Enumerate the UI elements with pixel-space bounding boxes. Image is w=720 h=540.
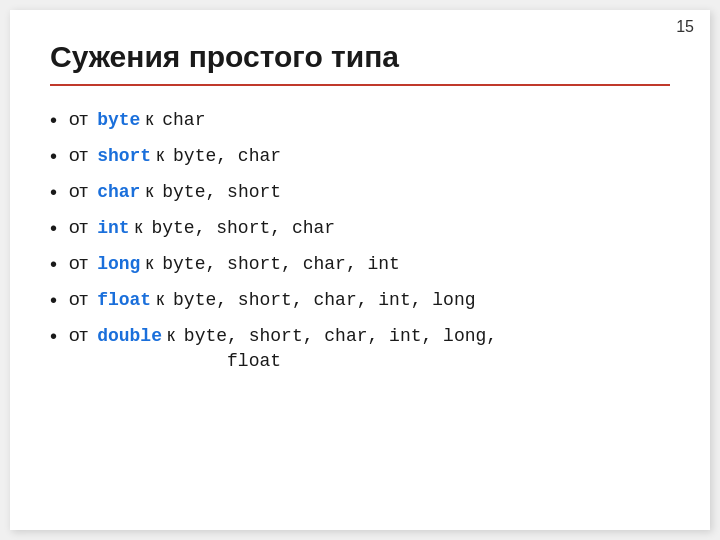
k-label: к	[151, 287, 169, 312]
list-item: от float к byte, short, char, int, long	[50, 286, 670, 314]
list-item: от char к byte, short	[50, 178, 670, 206]
ot-label: от	[69, 286, 93, 313]
slide-number: 15	[676, 18, 694, 36]
k-label: к	[130, 215, 148, 240]
slide-title: Сужения простого типа	[50, 40, 670, 74]
ot-label: от	[69, 214, 93, 241]
rest-text: byte, short	[162, 180, 281, 205]
list-item: от long к byte, short, char, int	[50, 250, 670, 278]
k-label: к	[162, 323, 180, 348]
list-item: от short к byte, char	[50, 142, 670, 170]
ot-label: от	[69, 322, 93, 349]
k-label: к	[140, 251, 158, 276]
keyword-char: char	[97, 180, 140, 205]
keyword-long: long	[97, 252, 140, 277]
list-item: от byte к char	[50, 106, 670, 134]
title-divider	[50, 84, 670, 86]
list-item: от double к byte, short, char, int, long…	[50, 322, 670, 374]
keyword-byte: byte	[97, 108, 140, 133]
rest-text: byte, short, char	[151, 216, 335, 241]
k-label: к	[140, 107, 158, 132]
rest-text: byte, short, char, int, long	[173, 288, 475, 313]
k-label: к	[151, 143, 169, 168]
keyword-double: double	[97, 324, 162, 349]
slide: 15 Сужения простого типа от byte к char …	[10, 10, 710, 530]
keyword-int: int	[97, 216, 129, 241]
ot-label: от	[69, 250, 93, 277]
list-item: от int к byte, short, char	[50, 214, 670, 242]
rest-text: char	[162, 108, 205, 133]
keyword-short: short	[97, 144, 151, 169]
ot-label: от	[69, 106, 93, 133]
keyword-float: float	[97, 288, 151, 313]
k-label: к	[140, 179, 158, 204]
ot-label: от	[69, 178, 93, 205]
rest-text: byte, char	[173, 144, 281, 169]
bullet-list: от byte к char от short к byte, char от …	[50, 106, 670, 374]
ot-label: от	[69, 142, 93, 169]
rest-text: byte, short, char, int	[162, 252, 400, 277]
rest-text: byte, short, char, int, long, float	[184, 324, 497, 374]
